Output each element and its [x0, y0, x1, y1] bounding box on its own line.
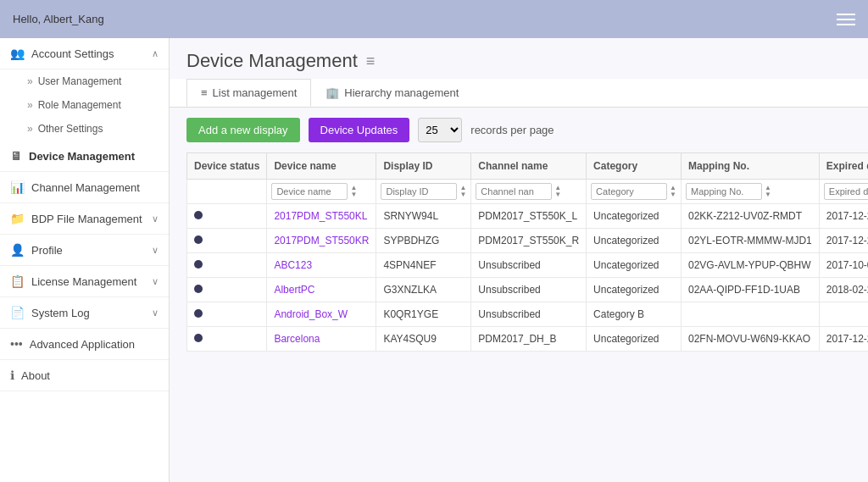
hamburger-icon[interactable] — [837, 14, 855, 25]
th-display-id: Display ID — [376, 153, 471, 180]
filter-channel-cell: ▲▼ — [471, 180, 587, 204]
device-name-link[interactable]: 2017PDM_ST550KL — [274, 210, 367, 222]
sidebar: 👥 Account Settings ∧ User Management Rol… — [0, 38, 170, 482]
device-name-link[interactable]: ABC123 — [274, 259, 312, 271]
cell-expired: 2017-12-27 — [819, 327, 868, 352]
profile-icon: 👤 — [10, 243, 25, 257]
tabs-bar: ≡ List management 🏢 Hierarchy management — [170, 79, 868, 108]
per-page-label: records per page — [470, 124, 554, 136]
device-name-link[interactable]: AlbertPC — [274, 284, 314, 296]
table-wrapper: Device status Device name Display ID Cha… — [170, 152, 868, 368]
sidebar-sub-user-management[interactable]: User Management — [0, 69, 169, 93]
table-row: BarcelonaKAY4SQU9PDM2017_DH_BUncategoriz… — [187, 327, 869, 352]
filter-channel-name[interactable] — [476, 183, 552, 200]
bdp-file-icon: 📁 — [10, 212, 25, 225]
license-icon: 📋 — [10, 274, 25, 288]
device-name-link[interactable]: Barcelona — [274, 333, 320, 345]
about-icon: ℹ — [10, 368, 14, 382]
sidebar-sub-role-management[interactable]: Role Management — [0, 93, 169, 117]
cell-status — [187, 327, 267, 352]
sort-device-name[interactable]: ▲▼ — [350, 185, 357, 198]
list-management-icon: ≡ — [201, 86, 208, 99]
cell-display-id: SYPBDHZG — [376, 229, 471, 253]
cell-channel: Unsubscribed — [471, 278, 587, 302]
cell-mapping: 02YL-EOTR-MMMW-MJD1 — [682, 229, 820, 253]
cell-category: Uncategorized — [587, 229, 682, 253]
cell-channel: Unsubscribed — [471, 253, 587, 278]
account-settings-label: Account Settings — [31, 47, 114, 60]
table-row: 2017PDM_ST550KRSYPBDHZGPDM2017_ST550K_RU… — [187, 229, 869, 253]
table-row: Android_Box_WK0QR1YGEUnsubscribedCategor… — [187, 302, 869, 327]
cell-status — [187, 253, 267, 278]
per-page-select[interactable]: 25 10 50 100 — [418, 118, 462, 142]
filter-name-cell: ▲▼ — [267, 180, 376, 204]
cell-display-id: G3XNZLKA — [376, 278, 471, 302]
hierarchy-icon: 🏢 — [326, 86, 339, 99]
cell-channel: Unsubscribed — [471, 302, 587, 327]
channel-management-icon: 📊 — [10, 180, 25, 194]
cell-device-name: Barcelona — [267, 327, 376, 352]
sidebar-item-advanced-application[interactable]: ••• Advanced Application — [0, 329, 169, 360]
table-row: AlbertPCG3XNZLKAUnsubscribedUncategorize… — [187, 278, 869, 302]
cell-status — [187, 302, 267, 327]
page-title-menu-icon[interactable]: ≡ — [366, 53, 376, 70]
device-updates-button[interactable]: Device Updates — [309, 118, 410, 142]
sidebar-item-device-management[interactable]: 🖥 Device Management — [0, 141, 169, 172]
user-management-label: User Management — [38, 75, 122, 87]
tab-list-management[interactable]: ≡ List management — [186, 79, 311, 107]
sidebar-item-profile[interactable]: 👤 Profile ∨ — [0, 235, 169, 266]
cell-mapping: 02KK-Z212-UV0Z-RMDT — [682, 204, 820, 229]
sort-display-id[interactable]: ▲▼ — [459, 185, 466, 198]
status-dot — [194, 260, 203, 269]
system-log-icon: 📄 — [10, 306, 25, 319]
th-status: Device status — [187, 153, 267, 180]
filter-device-name[interactable] — [271, 183, 348, 200]
profile-label: Profile — [31, 244, 63, 257]
sidebar-item-system-log[interactable]: 📄 System Log ∨ — [0, 297, 169, 329]
tab-hierarchy-management[interactable]: 🏢 Hierarchy management — [311, 79, 473, 107]
cell-device-name: 2017PDM_ST550KL — [267, 204, 376, 229]
other-settings-label: Other Settings — [38, 123, 103, 135]
table-row: ABC1234SPN4NEFUnsubscribedUncategorized0… — [187, 253, 869, 278]
filter-display-id[interactable] — [381, 183, 457, 200]
bdp-file-label: BDP File Management — [31, 213, 142, 225]
cell-status — [187, 229, 267, 253]
sidebar-item-about[interactable]: ℹ About — [0, 360, 169, 391]
content-header: Device Management ≡ — [170, 38, 868, 79]
cell-expired: 2017-12-23 — [819, 229, 868, 253]
sidebar-item-bdp-file-management[interactable]: 📁 BDP File Management ∨ — [0, 203, 169, 235]
cell-expired — [819, 302, 868, 327]
cell-channel: PDM2017_DH_B — [471, 327, 587, 352]
sort-category[interactable]: ▲▼ — [670, 185, 676, 198]
sort-mapping[interactable]: ▲▼ — [765, 185, 771, 198]
device-management-icon: 🖥 — [10, 149, 22, 163]
filter-expired[interactable] — [824, 183, 868, 200]
filter-mapping[interactable] — [686, 183, 762, 200]
sidebar-item-channel-management[interactable]: 📊 Channel Management — [0, 172, 169, 203]
cell-status — [187, 204, 267, 229]
cell-category: Uncategorized — [587, 278, 682, 302]
filter-category[interactable] — [591, 183, 667, 200]
status-dot — [194, 285, 203, 293]
advanced-app-icon: ••• — [10, 337, 23, 351]
cell-device-name: Android_Box_W — [267, 302, 376, 327]
sidebar-item-license-management[interactable]: 📋 License Management ∨ — [0, 266, 169, 297]
license-arrow: ∨ — [152, 276, 159, 287]
bdp-arrow: ∨ — [152, 213, 159, 224]
sidebar-item-account-settings[interactable]: 👥 Account Settings ∧ — [0, 38, 169, 69]
status-dot — [194, 309, 203, 318]
filter-display-id-cell: ▲▼ — [376, 180, 471, 204]
device-name-link[interactable]: Android_Box_W — [274, 308, 348, 320]
device-table: Device status Device name Display ID Cha… — [186, 152, 868, 352]
license-label: License Management — [31, 275, 136, 288]
cell-expired: 2017-12-23 — [819, 204, 868, 229]
topbar: Hello, Albert_Kang — [0, 0, 868, 38]
cell-device-name: AlbertPC — [267, 278, 376, 302]
cell-mapping: 02FN-MOVU-W6N9-KKAO — [682, 327, 820, 352]
system-log-label: System Log — [31, 307, 90, 319]
device-name-link[interactable]: 2017PDM_ST550KR — [274, 235, 369, 247]
add-display-button[interactable]: Add a new display — [186, 118, 300, 142]
sort-channel-name[interactable]: ▲▼ — [554, 185, 561, 198]
profile-arrow: ∨ — [152, 245, 159, 256]
sidebar-sub-other-settings[interactable]: Other Settings — [0, 117, 169, 141]
